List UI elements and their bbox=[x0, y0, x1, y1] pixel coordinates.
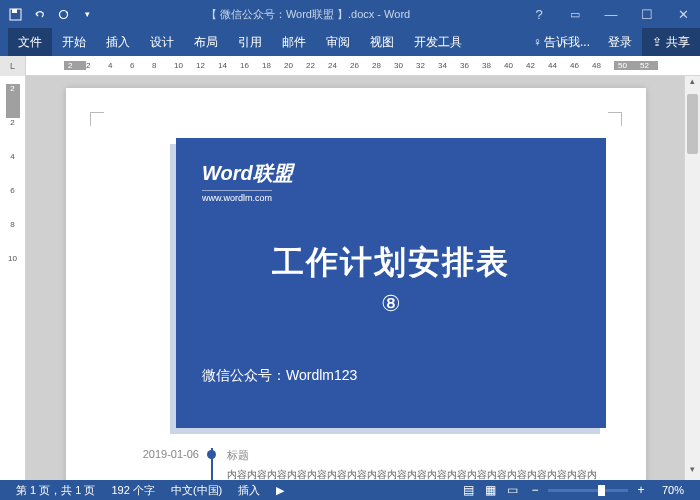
tab-review[interactable]: 审阅 bbox=[316, 28, 360, 56]
status-lang[interactable]: 中文(中国) bbox=[163, 483, 230, 498]
timeline-entry: 2019-01-06 标题 内容内容内容内容内容内容内容内容内容内容内容内容内容… bbox=[136, 448, 606, 480]
minimize-icon[interactable]: — bbox=[594, 0, 628, 28]
scroll-down-icon[interactable]: ▾ bbox=[685, 464, 700, 480]
quick-access-toolbar: ▾ bbox=[0, 7, 94, 21]
cover-wechat: 微信公众号：Wordlm123 bbox=[202, 367, 580, 385]
ruler-tick: 46 bbox=[570, 61, 592, 70]
tab-dev[interactable]: 开发工具 bbox=[404, 28, 472, 56]
ruler-tick: 8 bbox=[152, 61, 174, 70]
tab-view[interactable]: 视图 bbox=[360, 28, 404, 56]
cover-number: ⑧ bbox=[202, 291, 580, 317]
view-print-icon[interactable]: ▦ bbox=[482, 483, 500, 497]
cover-title: 工作计划安排表 bbox=[202, 241, 580, 285]
ruler-tick: 52 bbox=[636, 61, 658, 70]
page: 201 容内容 2019-01-06 标题 内容内容内容内容内容内容内容内容内容… bbox=[66, 88, 646, 480]
ruler-tick: 30 bbox=[394, 61, 416, 70]
editor-wrap: 2 246810 201 容内容 2019-01-06 标题 内容内容内容内容内… bbox=[0, 76, 700, 480]
tell-me-label: 告诉我... bbox=[544, 34, 590, 51]
ruler-tick: 16 bbox=[240, 61, 262, 70]
tab-mail[interactable]: 邮件 bbox=[272, 28, 316, 56]
ruler-tick: 4 bbox=[10, 152, 14, 186]
document-area[interactable]: 201 容内容 2019-01-06 标题 内容内容内容内容内容内容内容内容内容… bbox=[26, 76, 684, 480]
view-web-icon[interactable]: ▭ bbox=[504, 483, 522, 497]
svg-rect-1 bbox=[12, 9, 17, 13]
tab-layout[interactable]: 布局 bbox=[184, 28, 228, 56]
qat-dropdown-icon[interactable]: ▾ bbox=[80, 7, 94, 21]
ruler-tick: 38 bbox=[482, 61, 504, 70]
maximize-icon[interactable]: ☐ bbox=[630, 0, 664, 28]
ruler-tick: 26 bbox=[350, 61, 372, 70]
ribbon-options-icon[interactable]: ▭ bbox=[558, 0, 592, 28]
entry-date: 2019-01-06 bbox=[136, 448, 211, 480]
status-page[interactable]: 第 1 页，共 1 页 bbox=[8, 483, 103, 498]
tab-insert[interactable]: 插入 bbox=[96, 28, 140, 56]
ruler-tick: 42 bbox=[526, 61, 548, 70]
ruler-tick: 2 bbox=[86, 61, 108, 70]
ruler-tick: 18 bbox=[262, 61, 284, 70]
save-icon[interactable] bbox=[8, 7, 22, 21]
zoom-thumb[interactable] bbox=[598, 485, 605, 496]
titlebar: ▾ 【 微信公众号：Word联盟 】.docx - Word ? ▭ — ☐ ✕ bbox=[0, 0, 700, 28]
ruler-tick: 20 bbox=[284, 61, 306, 70]
logo-url: www.wordlm.com bbox=[202, 190, 272, 203]
close-icon[interactable]: ✕ bbox=[666, 0, 700, 28]
timeline-line bbox=[211, 448, 213, 480]
redo-icon[interactable] bbox=[56, 7, 70, 21]
status-words[interactable]: 192 个字 bbox=[103, 483, 162, 498]
ruler-tick: 10 bbox=[174, 61, 196, 70]
scroll-thumb[interactable] bbox=[687, 94, 698, 154]
timeline-dot-icon bbox=[207, 450, 216, 459]
share-icon: ⇪ bbox=[652, 35, 662, 49]
tab-selector[interactable]: L bbox=[0, 56, 26, 76]
zoom-slider[interactable] bbox=[548, 489, 628, 492]
ruler-tick: 4 bbox=[108, 61, 130, 70]
window-title: 【 微信公众号：Word联盟 】.docx - Word bbox=[94, 7, 522, 22]
ruler-tick: 12 bbox=[196, 61, 218, 70]
tab-design[interactable]: 设计 bbox=[140, 28, 184, 56]
ruler-tick: 10 bbox=[8, 254, 17, 288]
ruler-tick: 14 bbox=[218, 61, 240, 70]
login-button[interactable]: 登录 bbox=[598, 34, 642, 51]
ruler-tick: 2 bbox=[10, 118, 14, 152]
zoom-level[interactable]: 70% bbox=[654, 484, 692, 496]
status-insert[interactable]: 插入 bbox=[230, 483, 268, 498]
tab-references[interactable]: 引用 bbox=[228, 28, 272, 56]
bulb-icon: ♀ bbox=[533, 35, 542, 49]
tell-me[interactable]: ♀告诉我... bbox=[525, 34, 598, 51]
tab-file[interactable]: 文件 bbox=[8, 28, 52, 56]
cover-overlay: Word联盟 www.wordlm.com 工作计划安排表 ⑧ 微信公众号：Wo… bbox=[176, 138, 606, 428]
statusbar: 第 1 页，共 1 页 192 个字 中文(中国) 插入 ▶ ▤ ▦ ▭ − +… bbox=[0, 480, 700, 500]
svg-point-2 bbox=[59, 10, 67, 18]
scroll-up-icon[interactable]: ▴ bbox=[685, 76, 700, 92]
logo-text: Word联盟 bbox=[202, 160, 580, 187]
entry-text: 内容内容内容内容内容内容内容内容内容内容内容内容内容内容内容内容内容内容内容内容… bbox=[227, 467, 606, 480]
ruler-tick: 6 bbox=[130, 61, 152, 70]
share-button[interactable]: ⇪共享 bbox=[642, 28, 700, 56]
margin-corner-icon bbox=[608, 112, 622, 126]
tab-home[interactable]: 开始 bbox=[52, 28, 96, 56]
margin-corner-icon bbox=[90, 112, 104, 126]
zoom-out-icon[interactable]: − bbox=[526, 483, 544, 497]
ruler-tick: 50 bbox=[614, 61, 636, 70]
undo-icon[interactable] bbox=[32, 7, 46, 21]
entry-body: 标题 内容内容内容内容内容内容内容内容内容内容内容内容内容内容内容内容内容内容内… bbox=[227, 448, 606, 480]
ruler-tick: 2 bbox=[6, 84, 20, 118]
zoom-in-icon[interactable]: + bbox=[632, 483, 650, 497]
ruler-tick: 28 bbox=[372, 61, 394, 70]
status-macro-icon[interactable]: ▶ bbox=[268, 484, 292, 497]
ruler-tick: 44 bbox=[548, 61, 570, 70]
help-icon[interactable]: ? bbox=[522, 0, 556, 28]
entry-title: 标题 bbox=[227, 448, 606, 463]
view-read-icon[interactable]: ▤ bbox=[460, 483, 478, 497]
share-label: 共享 bbox=[666, 34, 690, 51]
ruler-horizontal[interactable]: 2 24681012141618202224262830323436384042… bbox=[26, 56, 700, 75]
ruler-tick: 32 bbox=[416, 61, 438, 70]
ruler-tick: 6 bbox=[10, 186, 14, 220]
ruler-tick: 40 bbox=[504, 61, 526, 70]
status-right: ▤ ▦ ▭ − + 70% bbox=[460, 483, 692, 497]
ruler-horizontal-wrap: L 2 246810121416182022242628303234363840… bbox=[0, 56, 700, 76]
ruler-tick: 2 bbox=[64, 61, 86, 70]
ruler-tick: 36 bbox=[460, 61, 482, 70]
ruler-vertical[interactable]: 2 246810 bbox=[0, 76, 26, 480]
vertical-scrollbar[interactable]: ▴ ▾ bbox=[684, 76, 700, 480]
